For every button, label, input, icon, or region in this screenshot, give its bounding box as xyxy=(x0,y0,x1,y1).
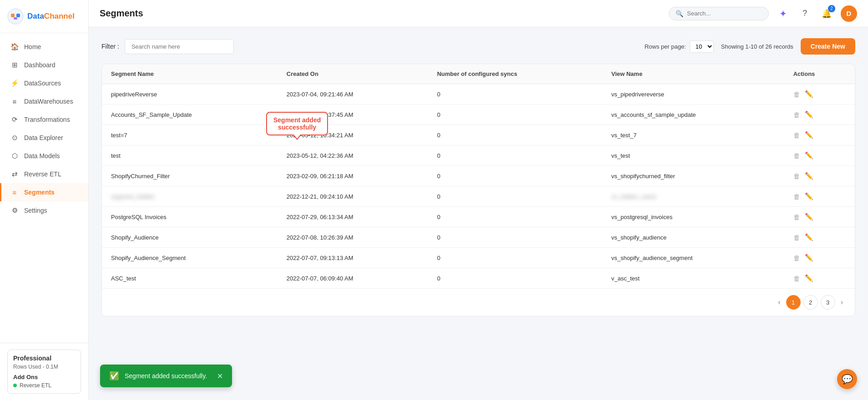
datawarehouses-nav-label: DataWarehouses xyxy=(24,98,73,105)
cell-segment-name: ASC_test xyxy=(102,268,278,289)
delete-icon[interactable]: 🗑 xyxy=(793,90,800,98)
plan-rows: Rows Used - 0.1M xyxy=(13,364,75,370)
rows-per-page-control: Rows per page: 10 25 50 xyxy=(645,40,714,53)
delete-icon[interactable]: 🗑 xyxy=(793,234,800,241)
user-avatar-button[interactable]: D xyxy=(841,5,857,22)
logo-icon xyxy=(7,8,24,25)
data-models-nav-icon: ⬡ xyxy=(10,152,19,160)
sidebar-item-datasources[interactable]: ⚡ DataSources xyxy=(0,74,88,92)
sidebar: DataChannel 🏠 Home ⊞ Dashboard ⚡ DataSou… xyxy=(0,0,89,400)
sidebar-item-datawarehouses[interactable]: ≡ DataWarehouses xyxy=(0,92,88,110)
pagination: ‹ 1 2 3 › xyxy=(102,288,855,316)
delete-icon[interactable]: 🗑 xyxy=(793,152,800,160)
edit-icon[interactable]: ✏️ xyxy=(805,172,813,180)
edit-icon[interactable]: ✏️ xyxy=(805,254,813,262)
help-button[interactable]: ? xyxy=(797,6,812,21)
table-row: Shopify_Audience_Segment2022-07-07, 09:1… xyxy=(102,248,855,268)
notification-badge: 2 xyxy=(828,5,835,12)
cell-syncs: 0 xyxy=(428,166,602,186)
content-area: Segment added successfully Filter : Rows… xyxy=(89,27,868,400)
action-icons: 🗑 ✏️ xyxy=(793,213,846,221)
logo-area: DataChannel xyxy=(0,0,88,33)
cell-actions: 🗑 ✏️ xyxy=(784,166,855,186)
sidebar-item-transformations[interactable]: ⟳ Transformations xyxy=(0,110,88,129)
sidebar-item-home[interactable]: 🏠 Home xyxy=(0,38,88,56)
cell-actions: 🗑 ✏️ xyxy=(784,248,855,268)
sidebar-item-data-explorer[interactable]: ⊙ Data Explorer xyxy=(0,129,88,147)
edit-icon[interactable]: ✏️ xyxy=(805,110,813,119)
home-nav-icon: 🏠 xyxy=(10,43,19,51)
sidebar-item-settings[interactable]: ⚙ Settings xyxy=(0,201,88,220)
cell-segment-name: test xyxy=(102,145,278,166)
blurred-name: segment_hidden xyxy=(111,193,155,200)
delete-icon[interactable]: 🗑 xyxy=(793,193,800,200)
cell-segment-name: test=7 xyxy=(102,125,278,145)
cell-syncs: 0 xyxy=(428,84,602,105)
datasources-nav-icon: ⚡ xyxy=(10,79,19,87)
blurred-view: vs_hidden_name xyxy=(611,193,656,200)
delete-icon[interactable]: 🗑 xyxy=(793,131,800,139)
delete-icon[interactable]: 🗑 xyxy=(793,172,800,180)
pagination-next[interactable]: › xyxy=(838,296,846,308)
svg-point-0 xyxy=(8,9,23,24)
filter-left: Filter : xyxy=(101,39,234,54)
action-icons: 🗑 ✏️ xyxy=(793,90,846,98)
pagination-page-3[interactable]: 3 xyxy=(821,295,835,310)
notification-area: 🔔 2 xyxy=(819,6,834,21)
rows-per-page-select[interactable]: 10 25 50 xyxy=(690,40,714,53)
edit-icon[interactable]: ✏️ xyxy=(805,192,813,200)
ai-stars-button[interactable]: ✦ xyxy=(775,6,791,21)
pagination-page-2[interactable]: 2 xyxy=(803,295,818,310)
cell-actions: 🗑 ✏️ xyxy=(784,227,855,248)
global-search-box[interactable]: 🔍 xyxy=(669,7,769,20)
cell-syncs: 0 xyxy=(428,268,602,289)
edit-icon[interactable]: ✏️ xyxy=(805,131,813,139)
delete-icon[interactable]: 🗑 xyxy=(793,254,800,262)
cell-created-on: 2022-07-07, 09:13:13 AM xyxy=(278,248,428,268)
edit-icon[interactable]: ✏️ xyxy=(805,274,813,282)
data-models-nav-label: Data Models xyxy=(24,152,60,160)
sidebar-item-segments[interactable]: ≡ Segments xyxy=(0,183,88,201)
cell-segment-name: Shopify_Audience_Segment xyxy=(102,248,278,268)
cell-actions: 🗑 ✏️ xyxy=(784,268,855,289)
edit-icon[interactable]: ✏️ xyxy=(805,151,813,160)
sidebar-item-data-models[interactable]: ⬡ Data Models xyxy=(0,147,88,165)
pagination-prev[interactable]: ‹ xyxy=(775,296,783,308)
table-row: pipedriveReverse2023-07-04, 09:21:46 AM0… xyxy=(102,84,855,105)
page-title: Segments xyxy=(100,8,143,19)
edit-icon[interactable]: ✏️ xyxy=(805,213,813,221)
cell-syncs: 0 xyxy=(428,186,602,207)
cell-view-name: v_asc_test xyxy=(602,268,784,289)
pagination-page-1[interactable]: 1 xyxy=(786,295,801,310)
col-view-name: View Name xyxy=(602,64,784,84)
delete-icon[interactable]: 🗑 xyxy=(793,111,800,119)
sidebar-nav: 🏠 Home ⊞ Dashboard ⚡ DataSources ≡ DataW… xyxy=(0,33,88,343)
dashboard-nav-label: Dashboard xyxy=(24,61,56,69)
cell-syncs: 0 xyxy=(428,145,602,166)
sidebar-item-dashboard[interactable]: ⊞ Dashboard xyxy=(0,56,88,74)
action-icons: 🗑 ✏️ xyxy=(793,254,846,262)
table-row: segment_hidden2022-12-21, 09:24:10 AM0vs… xyxy=(102,186,855,207)
global-search-input[interactable] xyxy=(687,10,762,17)
delete-icon[interactable]: 🗑 xyxy=(793,213,800,221)
delete-icon[interactable]: 🗑 xyxy=(793,275,800,282)
edit-icon[interactable]: ✏️ xyxy=(805,233,813,241)
search-icon: 🔍 xyxy=(676,10,683,17)
toast-close-button[interactable]: ✕ xyxy=(217,372,223,380)
filter-input[interactable] xyxy=(125,39,234,54)
toast-check-icon: ✅ xyxy=(109,371,119,381)
cell-syncs: 0 xyxy=(428,207,602,227)
plan-box: Professional Rows Used - 0.1M Add Ons Re… xyxy=(7,350,81,394)
logo-text: DataChannel xyxy=(27,12,75,21)
table-row: PostgreSQL Invoices2022-07-29, 06:13:34 … xyxy=(102,207,855,227)
sidebar-bottom: Professional Rows Used - 0.1M Add Ons Re… xyxy=(0,343,88,400)
cell-created-on: 2022-07-08, 10:26:39 AM xyxy=(278,227,428,248)
create-new-button[interactable]: Create New xyxy=(801,38,855,55)
edit-icon[interactable]: ✏️ xyxy=(805,90,813,98)
cell-view-name: vs_shopify_audience xyxy=(602,227,784,248)
cell-actions: 🗑 ✏️ xyxy=(784,186,855,207)
table-row: ShopifyChurned_Filter2023-02-09, 06:21:1… xyxy=(102,166,855,186)
data-explorer-nav-icon: ⊙ xyxy=(10,134,19,142)
chat-fab-button[interactable]: 💬 xyxy=(837,369,857,389)
sidebar-item-reverse-etl[interactable]: ⇄ Reverse ETL xyxy=(0,165,88,183)
